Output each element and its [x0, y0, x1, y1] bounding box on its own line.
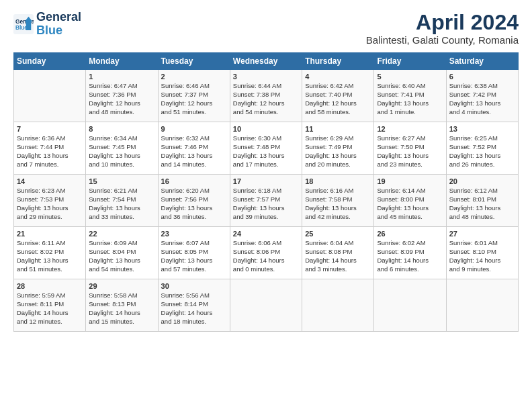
calendar-cell: 15Sunrise: 6:21 AM Sunset: 7:54 PM Dayli…: [86, 175, 158, 227]
svg-text:Blue: Blue: [15, 24, 28, 30]
calendar-cell: 25Sunrise: 6:04 AM Sunset: 8:08 PM Dayli…: [302, 227, 374, 279]
calendar-cell: 23Sunrise: 6:07 AM Sunset: 8:05 PM Dayli…: [158, 227, 230, 279]
day-number: 25: [305, 230, 371, 238]
calendar-cell: 24Sunrise: 6:06 AM Sunset: 8:06 PM Dayli…: [230, 227, 302, 279]
calendar-cell: 17Sunrise: 6:18 AM Sunset: 7:57 PM Dayli…: [230, 175, 302, 227]
day-content: Sunrise: 6:18 AM Sunset: 7:57 PM Dayligh…: [233, 187, 299, 221]
day-content: Sunrise: 6:30 AM Sunset: 7:48 PM Dayligh…: [233, 134, 299, 169]
day-number: 17: [233, 177, 299, 185]
day-number: 3: [233, 73, 299, 81]
day-content: Sunrise: 6:38 AM Sunset: 7:42 PM Dayligh…: [449, 82, 515, 116]
page-container: General Blue General Blue April 2024 Bal…: [0, 0, 532, 338]
day-number: 16: [161, 177, 227, 185]
weekday-header-saturday: Saturday: [446, 53, 518, 70]
calendar-week-5: 28Sunrise: 5:59 AM Sunset: 8:11 PM Dayli…: [14, 279, 519, 332]
calendar-cell: 5Sunrise: 6:40 AM Sunset: 7:41 PM Daylig…: [374, 70, 446, 122]
day-content: Sunrise: 6:01 AM Sunset: 8:10 PM Dayligh…: [449, 239, 515, 273]
calendar-cell: 19Sunrise: 6:14 AM Sunset: 8:00 PM Dayli…: [374, 175, 446, 227]
day-content: Sunrise: 6:32 AM Sunset: 7:46 PM Dayligh…: [161, 134, 227, 169]
calendar-cell: 7Sunrise: 6:36 AM Sunset: 7:44 PM Daylig…: [14, 122, 86, 175]
day-content: Sunrise: 6:34 AM Sunset: 7:45 PM Dayligh…: [89, 134, 154, 169]
day-content: Sunrise: 6:44 AM Sunset: 7:38 PM Dayligh…: [233, 82, 299, 116]
calendar-cell: 8Sunrise: 6:34 AM Sunset: 7:45 PM Daylig…: [86, 122, 158, 175]
calendar-cell: 26Sunrise: 6:02 AM Sunset: 8:09 PM Dayli…: [374, 227, 446, 279]
day-number: 8: [89, 125, 154, 133]
day-number: 24: [233, 230, 299, 238]
day-number: 18: [305, 177, 371, 185]
page-title: April 2024: [366, 11, 519, 34]
calendar-cell: 22Sunrise: 6:09 AM Sunset: 8:04 PM Dayli…: [86, 227, 158, 279]
day-content: Sunrise: 6:46 AM Sunset: 7:37 PM Dayligh…: [161, 82, 227, 116]
weekday-header-monday: Monday: [86, 53, 158, 70]
calendar-week-2: 7Sunrise: 6:36 AM Sunset: 7:44 PM Daylig…: [14, 122, 519, 175]
calendar-cell: 30Sunrise: 5:56 AM Sunset: 8:14 PM Dayli…: [158, 279, 230, 332]
title-block: April 2024 Balintesti, Galati County, Ro…: [366, 11, 519, 46]
day-number: 15: [89, 177, 154, 185]
calendar-cell: 10Sunrise: 6:30 AM Sunset: 7:48 PM Dayli…: [230, 122, 302, 175]
day-content: Sunrise: 6:12 AM Sunset: 8:01 PM Dayligh…: [449, 187, 515, 221]
day-content: Sunrise: 6:06 AM Sunset: 8:06 PM Dayligh…: [233, 239, 299, 273]
calendar-week-4: 21Sunrise: 6:11 AM Sunset: 8:02 PM Dayli…: [14, 227, 519, 279]
day-content: Sunrise: 6:27 AM Sunset: 7:50 PM Dayligh…: [377, 134, 443, 169]
day-number: 7: [17, 125, 83, 133]
day-number: 13: [449, 125, 515, 133]
day-content: Sunrise: 6:40 AM Sunset: 7:41 PM Dayligh…: [377, 82, 443, 116]
calendar-cell: 1Sunrise: 6:47 AM Sunset: 7:36 PM Daylig…: [86, 70, 158, 122]
calendar-cell: 3Sunrise: 6:44 AM Sunset: 7:38 PM Daylig…: [230, 70, 302, 122]
calendar-cell: 12Sunrise: 6:27 AM Sunset: 7:50 PM Dayli…: [374, 122, 446, 175]
day-number: 19: [377, 177, 443, 185]
day-number: 10: [233, 125, 299, 133]
calendar-cell: 28Sunrise: 5:59 AM Sunset: 8:11 PM Dayli…: [14, 279, 86, 332]
day-content: Sunrise: 5:59 AM Sunset: 8:11 PM Dayligh…: [17, 291, 83, 326]
day-number: 4: [305, 73, 371, 81]
day-content: Sunrise: 6:25 AM Sunset: 7:52 PM Dayligh…: [449, 134, 515, 169]
day-content: Sunrise: 6:07 AM Sunset: 8:05 PM Dayligh…: [161, 239, 227, 273]
calendar-cell: 2Sunrise: 6:46 AM Sunset: 7:37 PM Daylig…: [158, 70, 230, 122]
calendar-cell: 16Sunrise: 6:20 AM Sunset: 7:56 PM Dayli…: [158, 175, 230, 227]
calendar-cell: 29Sunrise: 5:58 AM Sunset: 8:13 PM Dayli…: [86, 279, 158, 332]
calendar-cell: [302, 279, 374, 332]
day-number: 1: [89, 73, 154, 81]
day-number: 21: [17, 230, 83, 238]
day-number: 26: [377, 230, 443, 238]
calendar-cell: 4Sunrise: 6:42 AM Sunset: 7:40 PM Daylig…: [302, 70, 374, 122]
day-number: 5: [377, 73, 443, 81]
logo: General Blue General Blue: [13, 11, 81, 38]
day-content: Sunrise: 6:23 AM Sunset: 7:53 PM Dayligh…: [17, 187, 83, 221]
calendar-cell: 21Sunrise: 6:11 AM Sunset: 8:02 PM Dayli…: [14, 227, 86, 279]
header: General Blue General Blue April 2024 Bal…: [13, 11, 519, 46]
calendar-cell: 18Sunrise: 6:16 AM Sunset: 7:58 PM Dayli…: [302, 175, 374, 227]
calendar-cell: [230, 279, 302, 332]
day-content: Sunrise: 6:04 AM Sunset: 8:08 PM Dayligh…: [305, 239, 371, 273]
day-content: Sunrise: 6:21 AM Sunset: 7:54 PM Dayligh…: [89, 187, 154, 221]
day-number: 22: [89, 230, 154, 238]
calendar-week-3: 14Sunrise: 6:23 AM Sunset: 7:53 PM Dayli…: [14, 175, 519, 227]
calendar-cell: [446, 279, 518, 332]
day-number: 6: [449, 73, 515, 81]
logo-icon: General Blue: [13, 14, 34, 34]
calendar-table: SundayMondayTuesdayWednesdayThursdayFrid…: [13, 52, 519, 332]
day-number: 11: [305, 125, 371, 133]
day-number: 30: [161, 282, 227, 290]
day-number: 9: [161, 125, 227, 133]
calendar-cell: 14Sunrise: 6:23 AM Sunset: 7:53 PM Dayli…: [14, 175, 86, 227]
calendar-cell: [14, 70, 86, 122]
day-content: Sunrise: 6:20 AM Sunset: 7:56 PM Dayligh…: [161, 187, 227, 221]
weekday-header-tuesday: Tuesday: [158, 53, 230, 70]
calendar-cell: 20Sunrise: 6:12 AM Sunset: 8:01 PM Dayli…: [446, 175, 518, 227]
calendar-cell: 13Sunrise: 6:25 AM Sunset: 7:52 PM Dayli…: [446, 122, 518, 175]
day-content: Sunrise: 6:42 AM Sunset: 7:40 PM Dayligh…: [305, 82, 371, 116]
day-content: Sunrise: 6:14 AM Sunset: 8:00 PM Dayligh…: [377, 187, 443, 221]
day-content: Sunrise: 6:02 AM Sunset: 8:09 PM Dayligh…: [377, 239, 443, 273]
day-content: Sunrise: 6:47 AM Sunset: 7:36 PM Dayligh…: [89, 82, 154, 116]
day-content: Sunrise: 6:16 AM Sunset: 7:58 PM Dayligh…: [305, 187, 371, 221]
day-number: 28: [17, 282, 83, 290]
logo-text: General Blue: [36, 11, 81, 38]
day-content: Sunrise: 5:56 AM Sunset: 8:14 PM Dayligh…: [161, 291, 227, 326]
day-number: 29: [89, 282, 154, 290]
day-number: 20: [449, 177, 515, 185]
day-number: 2: [161, 73, 227, 81]
calendar-cell: 9Sunrise: 6:32 AM Sunset: 7:46 PM Daylig…: [158, 122, 230, 175]
day-number: 27: [449, 230, 515, 238]
day-content: Sunrise: 6:36 AM Sunset: 7:44 PM Dayligh…: [17, 134, 83, 169]
